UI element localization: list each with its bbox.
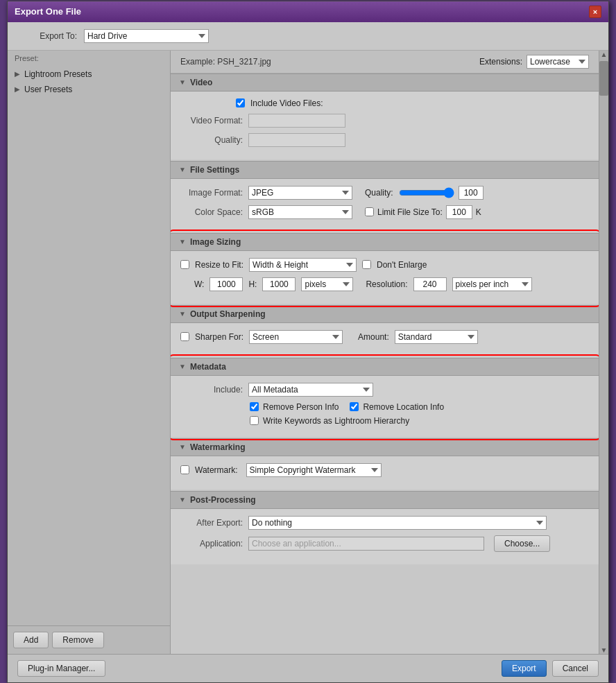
remove-location-label: Remove Location Info (363, 402, 444, 412)
remove-person-row: Remove Person Info Remove Location Info (180, 402, 589, 412)
quality-slider[interactable] (399, 187, 454, 198)
plugin-manager-button[interactable]: Plug-in Manager... (17, 660, 105, 677)
resolution-input[interactable] (413, 277, 447, 291)
watermarking-section: ▼ Watermarking Watermark: Simple Copyrig… (171, 438, 599, 490)
export-to-row: Export To: Hard Drive (8, 22, 608, 51)
extensions-select[interactable]: Lowercase (527, 55, 589, 69)
scroll-down-arrow[interactable]: ▼ (599, 646, 608, 654)
video-format-select[interactable] (248, 114, 345, 128)
sidebar-item-user-presets[interactable]: ▶ User Presets (8, 82, 170, 97)
sidebar-item-lightroom-presets[interactable]: ▶ Lightroom Presets (8, 67, 170, 82)
after-export-label: After Export: (180, 518, 243, 528)
post-processing-header[interactable]: ▼ Post-Processing (171, 491, 599, 509)
triangle-icon: ▼ (179, 166, 186, 173)
video-format-label: Video Format: (180, 116, 243, 126)
resize-to-fit-select[interactable]: Width & Height (249, 258, 357, 272)
triangle-icon: ▼ (179, 78, 186, 86)
color-space-select[interactable]: sRGB (248, 205, 352, 219)
include-select[interactable]: All Metadata (248, 383, 373, 397)
cancel-button[interactable]: Cancel (552, 660, 599, 677)
choose-button[interactable]: Choose... (494, 535, 550, 552)
after-export-select[interactable]: Do nothing (248, 516, 547, 530)
video-quality-select[interactable] (248, 133, 345, 147)
h-label: H: (248, 279, 257, 289)
include-video-row: Include Video Files: (180, 98, 589, 108)
limit-file-size-checkbox[interactable] (365, 207, 374, 216)
export-to-select[interactable]: Hard Drive (84, 29, 209, 43)
amount-select[interactable]: Standard (395, 330, 478, 344)
triangle-icon: ▼ (179, 496, 186, 503)
sidebar-content: ▶ Lightroom Presets ▶ User Presets (8, 64, 170, 625)
scroll-up-arrow[interactable]: ▲ (599, 51, 608, 58)
video-quality-row: Quality: (180, 133, 589, 147)
scrollbar-thumb (599, 61, 608, 96)
export-button[interactable]: Export (502, 660, 547, 677)
image-sizing-section: ▼ Image Sizing Resize to Fit: Width & He… (171, 233, 599, 304)
width-input[interactable] (209, 277, 243, 291)
output-sharpening-title: Output Sharpening (190, 309, 266, 319)
sharpen-for-label: Sharpen For: (195, 332, 243, 342)
triangle-icon: ▼ (179, 443, 186, 451)
triangle-icon: ▼ (179, 238, 186, 245)
export-to-label: Export To: (22, 31, 77, 41)
video-section-header[interactable]: ▼ Video (171, 74, 599, 92)
pixels-select[interactable]: pixels (301, 277, 353, 291)
sharpen-for-checkbox[interactable] (180, 332, 189, 341)
application-select[interactable]: Choose an application... (248, 537, 484, 551)
w-label: W: (194, 279, 204, 289)
panel-header-row: Example: PSH_3217.jpg Extensions: Lowerc… (171, 51, 599, 74)
add-button[interactable]: Add (13, 632, 49, 648)
file-settings-title: File Settings (190, 165, 239, 175)
resolution-label: Resolution: (366, 279, 407, 289)
file-settings-header[interactable]: ▼ File Settings (171, 161, 599, 179)
arrow-icon: ▶ (15, 70, 20, 78)
output-sharpening-section: ▼ Output Sharpening Sharpen For: Screen … (171, 305, 599, 356)
video-title: Video (190, 78, 212, 87)
application-label: Application: (180, 539, 243, 548)
resolution-unit-select[interactable]: pixels per inch (452, 277, 532, 291)
image-format-select[interactable]: JPEG (248, 186, 352, 200)
watermarking-header[interactable]: ▼ Watermarking (171, 438, 599, 456)
metadata-body: Include: All Metadata Remove Person Info… (171, 376, 599, 437)
metadata-title: Metadata (190, 362, 226, 372)
sharpen-for-select[interactable]: Screen (249, 330, 343, 344)
post-processing-body: After Export: Do nothing Application: Ch… (171, 509, 599, 564)
output-sharpening-header[interactable]: ▼ Output Sharpening (171, 305, 599, 323)
color-space-row: Color Space: sRGB Limit File Size To: K (180, 205, 589, 219)
remove-person-label: Remove Person Info (263, 402, 339, 412)
footer-right-buttons: Export Cancel (502, 660, 599, 677)
remove-button[interactable]: Remove (52, 632, 104, 648)
watermark-label: Watermark: (195, 465, 238, 475)
remove-location-checkbox[interactable] (350, 402, 359, 411)
write-keywords-label: Write Keywords as Lightroom Hierarchy (263, 416, 409, 426)
dont-enlarge-checkbox[interactable] (362, 260, 371, 269)
panel-scrollbar[interactable]: ▲ ▼ (599, 51, 608, 654)
example-text: Example: PSH_3217.jpg (180, 57, 271, 67)
output-sharpening-body: Sharpen For: Screen Amount: Standard (171, 323, 599, 356)
image-sizing-body: Resize to Fit: Width & Height Don't Enla… (171, 251, 599, 304)
post-processing-section: ▼ Post-Processing After Export: Do nothi… (171, 491, 599, 564)
quality-value-input[interactable] (459, 186, 484, 200)
title-bar: Export One File × (8, 1, 608, 22)
remove-person-checkbox[interactable] (250, 402, 259, 411)
write-keywords-checkbox[interactable] (250, 416, 259, 425)
metadata-header[interactable]: ▼ Metadata (171, 358, 599, 376)
include-row: Include: All Metadata (180, 383, 589, 397)
resize-to-fit-checkbox[interactable] (180, 260, 189, 269)
include-video-checkbox[interactable] (236, 98, 245, 107)
quality-slider-container (399, 186, 484, 200)
write-keywords-row: Write Keywords as Lightroom Hierarchy (180, 416, 589, 426)
watermark-row: Watermark: Simple Copyright Watermark (180, 463, 589, 477)
image-sizing-header[interactable]: ▼ Image Sizing (171, 233, 599, 251)
close-button[interactable]: × (589, 6, 601, 18)
height-input[interactable] (262, 277, 296, 291)
dont-enlarge-label: Don't Enlarge (377, 260, 427, 270)
watermark-checkbox[interactable] (180, 465, 189, 474)
file-settings-body: Image Format: JPEG Quality: Color Sp (171, 179, 599, 232)
include-label: Include: (180, 385, 243, 395)
limit-file-size-input[interactable] (446, 205, 472, 219)
watermark-select[interactable]: Simple Copyright Watermark (246, 463, 382, 477)
image-format-row: Image Format: JPEG Quality: (180, 186, 589, 200)
video-quality-label: Quality: (180, 135, 243, 145)
sidebar: Preset: ▶ Lightroom Presets ▶ User Prese… (8, 51, 171, 654)
